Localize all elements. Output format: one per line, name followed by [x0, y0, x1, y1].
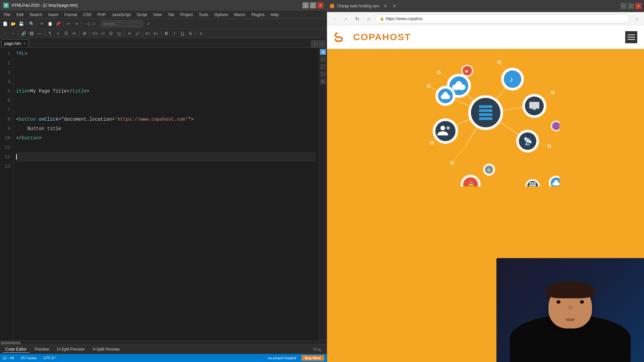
browser-back-button[interactable]: ‹: [330, 14, 339, 23]
menu-tab[interactable]: Tab: [165, 12, 177, 18]
search-input[interactable]: [102, 20, 142, 27]
menu-javascript[interactable]: JavaScript: [109, 12, 133, 18]
image-button[interactable]: 🖼: [28, 30, 35, 37]
forward-btn[interactable]: →: [9, 30, 17, 37]
panel-collapse-btn[interactable]: -: [320, 64, 326, 70]
redo-button[interactable]: ↪: [73, 20, 80, 27]
new-tab-button[interactable]: +: [392, 3, 396, 10]
menu-help[interactable]: Help: [268, 12, 282, 18]
browser-tab-close-btn[interactable]: ✕: [384, 4, 387, 8]
menu-plugins[interactable]: Plugins: [249, 12, 267, 18]
menu-file[interactable]: File: [1, 12, 13, 18]
menu-php[interactable]: PHP: [95, 12, 109, 18]
table-button[interactable]: ⊞: [81, 30, 88, 37]
tab-code-editor[interactable]: Code Editor: [3, 346, 29, 353]
close-button[interactable]: ✕: [317, 2, 323, 8]
browser-title-bar: Cheap web hosting sen ✕ + ─ □ ✕: [327, 0, 644, 12]
line-num-1: 1: [0, 49, 10, 58]
tab-next-arrow[interactable]: ›: [319, 41, 325, 47]
underline-button[interactable]: U: [179, 30, 186, 37]
maximize-button[interactable]: □: [310, 2, 316, 8]
back-btn[interactable]: ←: [1, 30, 9, 37]
font-size-btn[interactable]: A↑: [144, 30, 152, 37]
code-format-btn[interactable]: </>: [91, 30, 99, 37]
browser-minimize-btn[interactable]: ─: [621, 3, 627, 9]
buy-now-button[interactable]: Buy Now: [302, 355, 324, 361]
browser-forward-button[interactable]: ›: [341, 14, 351, 23]
browser-close-btn[interactable]: ✕: [635, 3, 641, 9]
outdent-button[interactable]: |←: [91, 20, 99, 27]
menu-search[interactable]: Search: [27, 12, 45, 18]
font-btn[interactable]: A↓: [152, 30, 160, 37]
editor-tab-page-htm[interactable]: page.htm ✕: [1, 39, 29, 47]
browser-refresh-button[interactable]: ↻: [353, 14, 362, 23]
bottom-tabs-bar: Code Editor Preview H-Split Preview V-Sp…: [0, 345, 327, 354]
br-button[interactable]: ⏎: [99, 30, 107, 37]
tab-close-icon[interactable]: ✕: [23, 42, 26, 45]
svg-point-14: [437, 71, 440, 74]
menu-script[interactable]: Script: [134, 12, 150, 18]
heading-button[interactable]: H: [70, 30, 78, 37]
menu-format[interactable]: Format: [62, 12, 80, 18]
highlight-btn[interactable]: 🖊: [134, 30, 141, 37]
minimize-button[interactable]: ─: [303, 2, 309, 8]
cut-button[interactable]: ✂: [38, 20, 46, 27]
open-file-button[interactable]: 📂: [9, 20, 17, 27]
special-char-button[interactable]: Ω: [107, 30, 115, 37]
save-button[interactable]: 💾: [17, 20, 25, 27]
link-button[interactable]: 🔗: [20, 30, 27, 37]
menu-insert[interactable]: Insert: [46, 12, 61, 18]
list-ul-button[interactable]: ≡: [54, 30, 62, 37]
tab-preview[interactable]: Preview: [32, 346, 52, 353]
find-button[interactable]: 🔍: [28, 20, 35, 27]
menu-edit[interactable]: Edit: [14, 12, 26, 18]
validate-button[interactable]: ✓: [145, 20, 152, 27]
tab-prev-arrow[interactable]: ‹: [311, 41, 318, 47]
indent-button[interactable]: →|: [83, 20, 91, 27]
svg-point-22: [471, 98, 500, 127]
hamburger-menu[interactable]: [625, 31, 637, 43]
browser-address-bar[interactable]: 🔒 https://www.copahos: [375, 14, 630, 23]
menu-tools[interactable]: Tools: [196, 12, 211, 18]
bold-button[interactable]: B: [163, 30, 170, 37]
svg-point-17: [548, 145, 551, 147]
code-token: </: [16, 133, 22, 143]
browser-home-button[interactable]: ⌂: [364, 14, 373, 23]
svg-text:📡: 📡: [523, 137, 533, 146]
panel-minimize-btn[interactable]: ↑: [320, 71, 326, 77]
color-btn[interactable]: A: [126, 30, 133, 37]
browser-maximize-btn[interactable]: □: [628, 3, 634, 9]
hamburger-line-3: [628, 39, 635, 40]
app-icon: H: [3, 3, 9, 8]
svg-rect-75: [533, 183, 534, 185]
strikethrough-button[interactable]: S̶: [187, 30, 194, 37]
svg-point-57: [443, 92, 448, 99]
code-content[interactable]: TML> itle>My Page Title</title> <button …: [13, 48, 319, 341]
paste-button[interactable]: 📌: [54, 20, 62, 27]
app-title: HTMLPad 2020 - [C:\tmp3\page.htm]: [11, 3, 77, 8]
menu-view[interactable]: View: [150, 12, 164, 18]
panel-toggle-btn[interactable]: ◀: [320, 49, 326, 55]
italic-button[interactable]: I: [171, 30, 178, 37]
new-file-button[interactable]: 📄: [1, 20, 9, 27]
align-btn[interactable]: ≡: [197, 30, 205, 37]
panel-more-btn[interactable]: M: [320, 78, 326, 84]
menu-options[interactable]: Options: [212, 12, 231, 18]
copy-button[interactable]: 📋: [46, 20, 54, 27]
tab-vsplit[interactable]: V-Split Preview: [90, 346, 122, 353]
hamburger-line-2: [628, 37, 635, 38]
menu-project[interactable]: Project: [177, 12, 195, 18]
panel-expand-btn[interactable]: +: [320, 56, 326, 62]
paragraph-button[interactable]: ¶: [46, 30, 54, 37]
horizontal-scrollbar[interactable]: [0, 341, 327, 345]
list-ol-button[interactable]: ☰: [62, 30, 70, 37]
menu-macro[interactable]: Macro: [231, 12, 248, 18]
menu-css[interactable]: CSS: [80, 12, 94, 18]
tab-hsplit[interactable]: H-Split Preview: [54, 346, 87, 353]
bookmark-button[interactable]: ☆: [632, 14, 641, 23]
undo-button[interactable]: ↩: [65, 20, 72, 27]
hr-button[interactable]: —: [36, 30, 43, 37]
svg-point-30: [490, 118, 491, 119]
code-token: >: [39, 133, 41, 143]
snippet-button[interactable]: ◱: [115, 30, 123, 37]
